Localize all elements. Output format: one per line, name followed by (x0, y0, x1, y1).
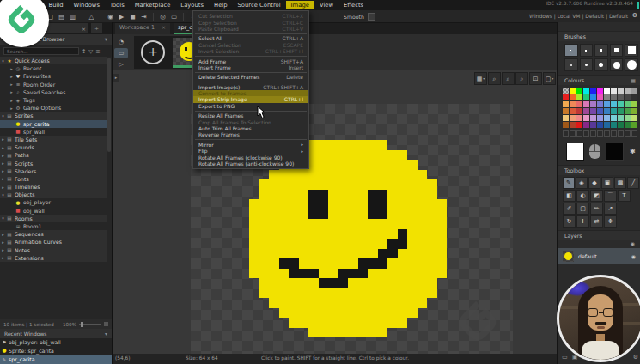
add-frame-button[interactable]: + (141, 40, 165, 64)
palette-swatch[interactable] (631, 115, 637, 121)
eyedropper-tool[interactable]: ✐ (563, 203, 576, 215)
menu-view[interactable]: View (314, 1, 338, 9)
polygon-tool[interactable]: ◩ (590, 190, 603, 202)
list-menu-icon[interactable]: ≡ (95, 48, 100, 55)
empty-swatch[interactable] (611, 130, 617, 136)
palette-swatch[interactable] (625, 94, 631, 100)
brush-size-1[interactable] (564, 44, 578, 57)
tree-item-sounds[interactable]: ▸▤Sounds (0, 143, 107, 151)
rotate-tool[interactable]: ↻ (563, 215, 576, 228)
brush-size-5[interactable] (610, 44, 624, 57)
pencil-tool[interactable]: ✎ (563, 177, 575, 189)
palette-swatch[interactable] (590, 101, 596, 107)
palette-swatch[interactable] (576, 88, 582, 94)
paint-bucket-tool[interactable]: ◆ (588, 177, 600, 189)
loop-frames-button[interactable]: ▭ (114, 48, 128, 58)
palette-swatch[interactable] (625, 101, 631, 107)
brush-size-3[interactable] (594, 44, 608, 57)
palette-swatch[interactable] (570, 88, 576, 94)
build-icon[interactable]: △ (86, 12, 97, 21)
palette-swatch[interactable] (618, 108, 624, 114)
tree-item-favourites[interactable]: ▸♥Favourites (0, 72, 107, 80)
tree-item-recent[interactable]: ▸◷Recent (0, 64, 107, 72)
tree-item-sequences[interactable]: ▸▤Sequences (0, 230, 107, 238)
rectangle-tool[interactable]: ◧ (563, 190, 576, 202)
palette-swatch[interactable] (597, 108, 603, 114)
target-selector[interactable]: Windows | Local VM | Default | Default (529, 13, 628, 19)
target-icon[interactable]: ◎ (157, 12, 168, 21)
menu-item-auto-trim-all-frames[interactable]: Auto Trim All Frames (193, 125, 308, 131)
brushes-header[interactable]: Brushes (558, 31, 640, 41)
palette-swatch[interactable] (576, 94, 582, 100)
palette-swatch[interactable] (604, 94, 610, 100)
palette-swatch[interactable] (583, 88, 589, 94)
menu-item-mirror[interactable]: Mirror▸ (193, 142, 308, 148)
fit-canvas-button[interactable]: ⊡ (529, 72, 542, 85)
palette-swatch[interactable] (604, 115, 610, 121)
tree-item-notes[interactable]: ▸▤Notes (0, 246, 107, 254)
palette-swatch[interactable] (611, 94, 617, 100)
tree-item-obj-player[interactable]: ●obj_player (0, 198, 107, 206)
menu-image[interactable]: Image (286, 1, 314, 9)
step-icon[interactable]: ⇥ (138, 12, 149, 21)
primary-colour-swatch[interactable] (566, 143, 584, 161)
layer-row-default[interactable]: default ◉ (558, 248, 640, 264)
palette-swatch[interactable] (583, 115, 589, 121)
onion-skin-button[interactable]: ◔ (114, 37, 128, 47)
chevron-right-icon[interactable]: ▸ (0, 176, 6, 181)
tree-item-sprites[interactable]: ▾▤Sprites (0, 112, 107, 119)
border-options-button[interactable]: ▢▾ (543, 72, 556, 85)
tree-item-spr-carita[interactable]: ●spr_carita (0, 120, 107, 128)
tree-item-rooms[interactable]: ▾▤Rooms (0, 215, 107, 222)
palette-swatch[interactable] (604, 108, 610, 114)
zoom-slider[interactable] (79, 324, 101, 325)
palette-swatch[interactable] (611, 101, 617, 107)
empty-swatch[interactable] (576, 130, 582, 136)
color-replace-tool[interactable]: ▣ (601, 177, 613, 189)
brush-size-9[interactable] (625, 44, 638, 57)
brush-size-3[interactable] (580, 58, 594, 71)
grid-options-button[interactable]: ▦▾ (474, 72, 487, 85)
tree-item-room1[interactable]: ⊞Room1 (0, 222, 107, 230)
chevron-right-icon[interactable]: ▸ (0, 240, 6, 245)
menu-item-select-all[interactable]: Select AllCTRL+A (193, 35, 308, 41)
search-input[interactable]: Search... (3, 47, 79, 55)
line-tool[interactable]: ╱ (627, 177, 639, 189)
magic-wand-tool[interactable]: ↗ (604, 203, 617, 215)
palette-swatch[interactable] (590, 108, 596, 114)
chevron-right-icon[interactable]: ▸ (0, 232, 6, 237)
play-animation-button[interactable]: ▷ (114, 59, 128, 70)
palette-swatch[interactable] (590, 115, 596, 121)
palette-swatch[interactable] (563, 94, 569, 100)
ellipse-tool[interactable]: ◐ (576, 190, 589, 202)
palette-swatch[interactable] (625, 122, 631, 128)
tree-item-room-order[interactable]: ▸≡Room Order (0, 81, 107, 88)
chevron-down-icon[interactable]: ▾ (105, 34, 107, 46)
menu-item-rotate-all-frames-anti-clockwise-90[interactable]: Rotate All Frames (anti-clockwise 90) (193, 161, 308, 167)
palette-swatch[interactable] (583, 108, 589, 114)
save-icon[interactable]: ▥ (67, 12, 78, 21)
palette-swatch[interactable] (618, 94, 624, 100)
menu-marketplace[interactable]: Marketplace (130, 1, 176, 9)
eraser-tool[interactable]: ◈ (576, 177, 588, 189)
target-gear-icon[interactable]: ⚙ (632, 12, 637, 19)
menu-item-flip[interactable]: Flip▸ (193, 148, 308, 154)
menu-item-import-image-s[interactable]: Import Image(s)CTRL+SHIFT+A (193, 84, 308, 90)
device-icon[interactable]: ▭ (168, 12, 180, 21)
palette-swatch[interactable] (604, 88, 610, 94)
close-icon[interactable]: × (162, 24, 166, 30)
tree-item-game-options[interactable]: ▸⚙Game Options (0, 104, 107, 112)
palette-swatch[interactable] (563, 115, 569, 121)
empty-swatch[interactable] (583, 130, 589, 136)
layers-header[interactable]: Layers (558, 230, 640, 240)
tab-workspace-1[interactable]: Workspace 1× (115, 21, 170, 34)
chevron-right-icon[interactable]: ▸ (9, 89, 15, 94)
palette-swatch[interactable] (618, 88, 624, 94)
tree-item-shaders[interactable]: ▸▤Shaders (0, 167, 107, 175)
run-icon[interactable]: ◉ (105, 12, 116, 21)
secondary-colour-swatch[interactable] (606, 143, 624, 161)
tree-item-scripts[interactable]: ▸▤Scripts (0, 159, 107, 167)
sprite-canvas[interactable]: ▸ ▦▾⌕⌕⌕⊡▢▾ (112, 70, 557, 354)
empty-swatch[interactable] (597, 130, 603, 136)
brush-size-8[interactable] (610, 58, 624, 71)
